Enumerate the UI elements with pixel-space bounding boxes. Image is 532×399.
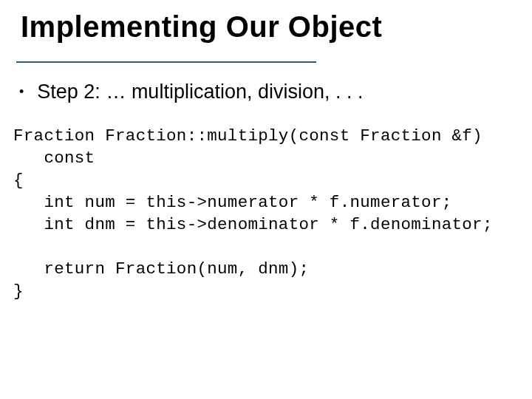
code-line: return Fraction(num, dnm); bbox=[13, 259, 309, 279]
slide: Implementing Our Object • Step 2: … mult… bbox=[0, 0, 532, 399]
code-line: } bbox=[13, 282, 24, 301]
code-line: const bbox=[13, 149, 95, 168]
code-line: Fraction Fraction::multiply(const Fracti… bbox=[13, 126, 482, 146]
code-line: int num = this->numerator * f.numerator; bbox=[13, 193, 452, 212]
bullet-icon: • bbox=[19, 79, 24, 104]
code-line: { bbox=[13, 171, 24, 190]
code-line: int dnm = this->denominator * f.denomina… bbox=[13, 215, 493, 234]
page-title: Implementing Our Object bbox=[21, 10, 516, 44]
bullet-text: Step 2: … multiplication, division, . . … bbox=[37, 79, 363, 104]
code-block: Fraction Fraction::multiply(const Fracti… bbox=[13, 125, 516, 302]
bullet-item: • Step 2: … multiplication, division, . … bbox=[19, 79, 516, 104]
title-divider bbox=[16, 61, 316, 63]
